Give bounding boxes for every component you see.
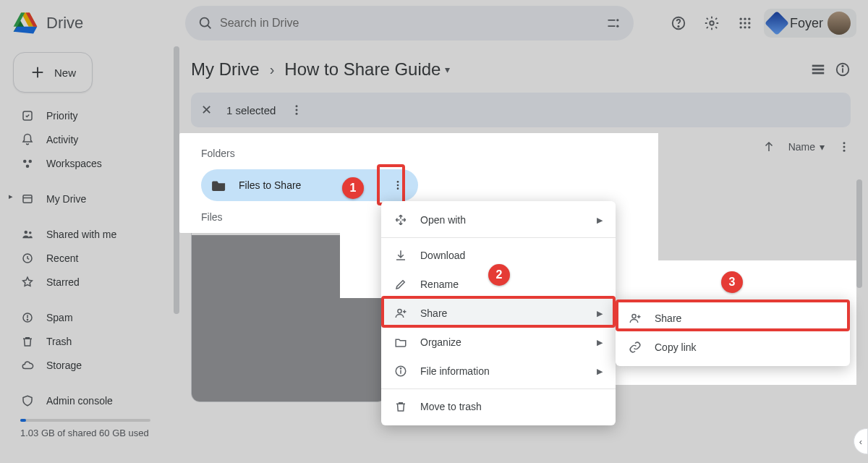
apps-grid-icon[interactable]: [731, 9, 760, 38]
svg-point-41: [843, 146, 846, 148]
ctx-open-with[interactable]: Open with▶: [381, 205, 616, 234]
drive-icon: [20, 192, 35, 206]
folder-open-icon: [394, 336, 407, 349]
admin-icon: [20, 394, 35, 408]
open-with-icon: [394, 213, 407, 226]
sidebar-scrollbar[interactable]: [174, 46, 179, 314]
workspaces-icon: [20, 156, 35, 171]
svg-point-19: [23, 160, 27, 163]
breadcrumb-current[interactable]: How to Share Guide ▾: [284, 59, 450, 80]
sidebar-item-workspaces[interactable]: Workspaces: [9, 152, 171, 175]
search-options-icon[interactable]: [599, 9, 628, 38]
share-submenu: Share Copy link: [616, 300, 850, 366]
storage-info: 1.03 GB of shared 60 GB used: [9, 413, 171, 438]
sidebar-item-spam[interactable]: Spam: [9, 306, 171, 329]
svg-point-9: [748, 18, 750, 20]
selection-bar: ✕ 1 selected: [191, 93, 851, 127]
clock-icon: [20, 251, 35, 266]
sidebar-item-recent[interactable]: Recent: [9, 247, 171, 270]
trash-icon: [20, 334, 35, 349]
chevron-right-icon: ▶: [597, 338, 603, 347]
svg-rect-30: [812, 65, 825, 67]
bell-icon: [20, 132, 35, 147]
main-scrollbar[interactable]: [856, 179, 862, 288]
selection-more-icon[interactable]: [290, 103, 303, 116]
logo-area[interactable]: Drive: [12, 11, 179, 35]
svg-point-3: [616, 25, 618, 27]
ctx-move-trash[interactable]: Move to trash: [381, 392, 616, 421]
breadcrumb-root[interactable]: My Drive: [191, 59, 260, 80]
sidebar-item-shared[interactable]: Shared with me: [9, 223, 171, 246]
svg-point-0: [200, 18, 209, 27]
priority-icon: [20, 109, 35, 123]
context-menu: Open with▶ Download Rename Share▶ Organi…: [381, 201, 616, 425]
more-options-icon[interactable]: [838, 140, 851, 153]
chevron-right-icon: ▶: [597, 216, 603, 225]
sidebar-item-label: Activity: [46, 134, 78, 145]
sort-direction-icon[interactable]: [762, 140, 775, 153]
breadcrumb-current-label: How to Share Guide: [284, 59, 441, 80]
svg-point-20: [29, 160, 33, 163]
ctx-label: Share: [420, 307, 447, 319]
sidebar-item-admin[interactable]: Admin console: [9, 389, 171, 412]
download-icon: [394, 249, 407, 262]
ctx-label: Download: [420, 250, 465, 261]
header: Drive Foyer: [0, 0, 868, 46]
svg-rect-31: [812, 69, 825, 71]
svg-point-13: [739, 26, 741, 28]
person-add-icon: [394, 307, 407, 320]
svg-point-15: [748, 26, 750, 28]
sidebar-item-storage[interactable]: Storage: [9, 354, 171, 377]
list-view-icon[interactable]: [810, 61, 826, 77]
submenu-share[interactable]: Share: [616, 304, 850, 333]
search-input[interactable]: [220, 17, 599, 30]
app-name: Drive: [46, 14, 83, 33]
help-icon[interactable]: [664, 9, 693, 38]
svg-point-7: [739, 18, 741, 20]
sidebar-item-priority[interactable]: Priority: [9, 104, 171, 127]
foyer-logo-icon: [765, 11, 789, 35]
chevron-right-icon: ›: [270, 61, 275, 78]
sidebar-item-trash[interactable]: Trash: [9, 330, 171, 353]
selection-count: 1 selected: [226, 104, 276, 116]
ctx-share[interactable]: Share▶: [381, 299, 616, 328]
svg-point-37: [296, 109, 298, 111]
foyer-widget[interactable]: Foyer: [764, 9, 856, 38]
ctx-label: Open with: [420, 214, 466, 226]
sidebar-item-my-drive[interactable]: My Drive: [9, 187, 171, 211]
cloud-icon: [20, 358, 35, 373]
submenu-label: Copy link: [655, 341, 697, 353]
chevron-right-icon: ▶: [597, 309, 603, 318]
sidebar-item-activity[interactable]: Activity: [9, 128, 171, 151]
sidebar-item-starred[interactable]: Starred: [9, 271, 171, 294]
search-bar[interactable]: [185, 6, 634, 41]
svg-point-5: [678, 26, 678, 27]
submenu-label: Share: [655, 313, 681, 324]
submenu-copy-link[interactable]: Copy link: [616, 333, 850, 362]
folder-chip[interactable]: Files to Share: [201, 169, 418, 201]
user-avatar[interactable]: [827, 12, 851, 35]
sidebar-item-label: Trash: [46, 336, 72, 347]
ctx-organize[interactable]: Organize▶: [381, 328, 616, 357]
clear-selection-icon[interactable]: ✕: [201, 102, 212, 118]
ctx-file-info[interactable]: File information▶: [381, 357, 616, 386]
settings-icon[interactable]: [697, 9, 726, 38]
annotation-badge-2: 2: [488, 264, 510, 286]
svg-point-24: [25, 231, 28, 234]
svg-rect-32: [812, 72, 825, 75]
annotation-badge-3: 3: [721, 271, 743, 293]
svg-point-29: [27, 319, 27, 320]
star-icon: [20, 275, 35, 289]
ctx-label: Organize: [420, 336, 461, 348]
new-button[interactable]: New: [13, 52, 93, 93]
trash-icon: [394, 400, 407, 413]
svg-point-25: [29, 232, 32, 234]
svg-point-8: [744, 18, 746, 20]
details-icon[interactable]: [835, 61, 851, 77]
column-name[interactable]: Name ▾: [788, 141, 825, 153]
sidebar-item-label: Priority: [46, 110, 78, 122]
search-icon[interactable]: [191, 9, 220, 38]
spam-icon: [20, 310, 35, 325]
people-icon: [20, 227, 35, 242]
column-name-label: Name: [788, 141, 815, 153]
